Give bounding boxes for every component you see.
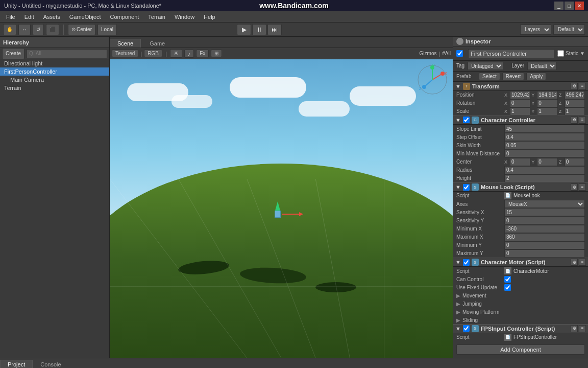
rgb-button[interactable]: RGB	[144, 50, 162, 57]
step-offset-input[interactable]	[504, 133, 585, 141]
position-z-input[interactable]	[565, 91, 585, 99]
fps-input-enabled[interactable]	[463, 325, 470, 332]
sliding-row[interactable]: ▶ Sliding	[453, 316, 588, 324]
position-y-input[interactable]	[537, 91, 557, 99]
scale-tool-button[interactable]: ⬛	[46, 24, 59, 35]
rotate-tool-button[interactable]: ↺	[33, 24, 44, 35]
prefab-select-button[interactable]: Select	[479, 73, 500, 80]
menu-edit[interactable]: Edit	[20, 13, 38, 21]
object-name-field[interactable]	[468, 49, 554, 58]
scene-fx-button[interactable]: Fx	[196, 50, 209, 57]
center-y-input[interactable]	[537, 158, 557, 166]
min-y-input[interactable]	[504, 241, 585, 249]
scale-x-input[interactable]	[510, 107, 530, 116]
scene-audio-button[interactable]: ♪	[184, 50, 194, 58]
max-x-input[interactable]	[504, 233, 585, 241]
maximize-button[interactable]: □	[565, 2, 574, 10]
play-button[interactable]: ▶	[237, 24, 251, 35]
hierarchy-create-button[interactable]: Create	[2, 48, 24, 59]
pause-button[interactable]: ⏸	[252, 24, 266, 35]
max-y-input[interactable]	[504, 249, 585, 258]
static-check[interactable]	[557, 50, 564, 57]
tab-project[interactable]: Project	[0, 360, 33, 368]
rotation-z-input[interactable]	[565, 99, 585, 107]
tag-select[interactable]: Untagged	[468, 62, 503, 70]
hand-tool-button[interactable]: ✋	[3, 24, 16, 35]
char-controller-enabled[interactable]	[463, 117, 470, 123]
hierarchy-item-fps-controller[interactable]: FirstPersonController	[0, 67, 109, 76]
tab-game[interactable]: Game	[142, 39, 173, 48]
scene-grid-button[interactable]: ⊞	[211, 50, 222, 57]
hierarchy-item-main-camera[interactable]: Main Camera	[0, 76, 109, 84]
menu-file[interactable]: File	[2, 13, 19, 21]
menu-gameobject[interactable]: GameObject	[65, 13, 105, 21]
hierarchy-search-input[interactable]	[27, 49, 107, 58]
char-motor-settings-button[interactable]: ⚙	[571, 259, 578, 266]
menu-component[interactable]: Component	[106, 13, 143, 21]
fps-input-settings-button[interactable]: ⚙	[571, 325, 578, 332]
slope-limit-input[interactable]	[504, 125, 585, 133]
menu-window[interactable]: Window	[170, 13, 199, 21]
pivot-button[interactable]: ⊙ Center	[68, 24, 95, 35]
char-controller-settings-button[interactable]: ⚙	[571, 117, 578, 124]
space-button[interactable]: Local	[97, 24, 117, 35]
rotation-y-input[interactable]	[537, 99, 557, 107]
fps-input-header[interactable]: ▼ S FPSInput Controller (Script) ⚙ ≡	[453, 324, 588, 333]
char-motor-menu-button[interactable]: ≡	[579, 259, 586, 266]
layout-select[interactable]: Default	[553, 25, 585, 35]
rotation-x-input[interactable]	[510, 99, 530, 107]
tab-scene[interactable]: Scene	[110, 39, 141, 48]
add-component-button[interactable]: Add Component	[456, 344, 585, 355]
use-fixed-checkbox[interactable]	[504, 284, 511, 291]
min-x-input[interactable]	[504, 225, 585, 233]
mouse-look-menu-button[interactable]: ≡	[579, 183, 586, 191]
sensitivity-x-input[interactable]	[504, 208, 585, 216]
prefab-revert-button[interactable]: Revert	[502, 73, 524, 80]
mouse-look-enabled[interactable]	[463, 184, 470, 191]
moving-platform-row[interactable]: ▶ Moving Platform	[453, 308, 588, 316]
layers-select[interactable]: Layers	[520, 25, 551, 35]
center-x-input[interactable]	[510, 158, 530, 166]
char-controller-header[interactable]: ▼ C Character Controller ⚙ ≡	[453, 116, 588, 125]
viewport[interactable]: X Y Z	[110, 59, 453, 358]
layer-select[interactable]: Default	[527, 62, 557, 70]
prefab-apply-button[interactable]: Apply	[526, 73, 546, 80]
scale-y-input[interactable]	[537, 107, 557, 116]
move-tool-button[interactable]: ↔	[18, 24, 31, 35]
can-control-checkbox[interactable]	[504, 276, 511, 283]
hierarchy-item-directional-light[interactable]: Directional light	[0, 59, 109, 67]
scene-effects-button[interactable]: ☀	[170, 49, 182, 58]
menu-terrain[interactable]: Terrain	[144, 13, 169, 21]
scale-z-input[interactable]	[565, 107, 585, 116]
center-z-input[interactable]	[565, 158, 585, 166]
height-input[interactable]	[504, 174, 585, 182]
svg-text:Y: Y	[432, 64, 435, 67]
movement-row[interactable]: ▶ Movement	[453, 291, 588, 300]
static-dropdown[interactable]: ▼	[580, 51, 585, 56]
fps-input-menu-button[interactable]: ≡	[579, 325, 586, 332]
menu-help[interactable]: Help	[200, 13, 219, 21]
transform-settings-button[interactable]: ⚙	[571, 83, 578, 90]
hierarchy-item-terrain[interactable]: Terrain	[0, 84, 109, 92]
position-x-input[interactable]	[510, 91, 530, 99]
min-move-input[interactable]	[504, 149, 585, 157]
radius-input[interactable]	[504, 166, 585, 174]
tab-console[interactable]: Console	[33, 360, 68, 368]
menu-assets[interactable]: Assets	[39, 13, 64, 21]
char-controller-menu-button[interactable]: ≡	[579, 117, 586, 124]
skin-width-input[interactable]	[504, 141, 585, 149]
mouse-look-settings-button[interactable]: ⚙	[571, 183, 578, 191]
axes-select[interactable]: MouseX	[504, 200, 585, 208]
jumping-row[interactable]: ▶ Jumping	[453, 300, 588, 308]
close-button[interactable]: ✕	[575, 2, 584, 10]
sensitivity-y-input[interactable]	[504, 216, 585, 224]
char-motor-enabled[interactable]	[463, 259, 470, 266]
mouse-look-header[interactable]: ▼ S Mouse Look (Script) ⚙ ≡	[453, 182, 588, 192]
transform-menu-button[interactable]: ≡	[579, 83, 586, 90]
object-active-checkbox[interactable]	[456, 50, 463, 57]
transform-component-header[interactable]: ▼ T Transform ⚙ ≡	[453, 82, 588, 91]
minimize-button[interactable]: _	[554, 2, 564, 10]
textured-button[interactable]: Textured	[112, 50, 138, 57]
char-motor-header[interactable]: ▼ S Character Motor (Script) ⚙ ≡	[453, 258, 588, 267]
step-button[interactable]: ⏭	[267, 24, 282, 35]
